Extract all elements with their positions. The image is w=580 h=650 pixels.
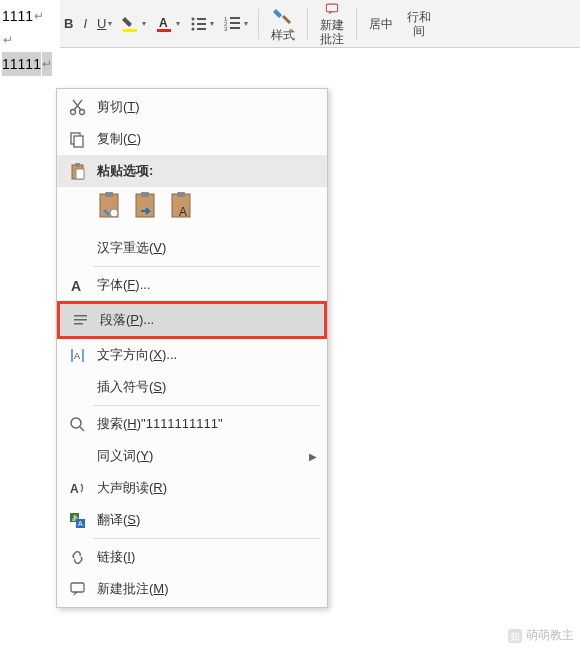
menu-text-direction[interactable]: A文字方向(X)... [57, 339, 327, 371]
center-button[interactable]: 居中 [363, 2, 399, 46]
mini-toolbar: B I U▾ ▾ A▾ ▾ 123▾ 样式 新建批注 居中 行和间 [0, 0, 580, 48]
svg-point-36 [71, 418, 81, 428]
bullets-button[interactable]: ▾ [186, 8, 218, 40]
paragraph-mark-icon: ↵ [3, 28, 13, 52]
submenu-arrow-icon: ▶ [309, 451, 317, 462]
menu-new-comment[interactable]: 新建批注(M) [57, 573, 327, 605]
numbering-button[interactable]: 123▾ [220, 8, 252, 40]
svg-point-7 [192, 27, 195, 30]
menu-translate[interactable]: あA翻译(S) [57, 504, 327, 536]
svg-rect-0 [123, 29, 137, 32]
svg-text:A: A [70, 482, 79, 496]
line-spacing-button[interactable]: 行和间 [401, 2, 437, 46]
paste-icon [69, 163, 86, 180]
svg-text:A: A [74, 351, 80, 361]
svg-rect-14 [230, 27, 240, 29]
menu-synonym[interactable]: 同义词(Y)▶ [57, 440, 327, 472]
numbering-icon: 123 [224, 15, 242, 33]
svg-point-5 [192, 22, 195, 25]
svg-point-16 [70, 109, 75, 114]
watermark: 知 萌萌教主 [508, 627, 574, 644]
text-direction-icon: A [69, 347, 86, 364]
read-aloud-icon: A [69, 480, 86, 497]
new-comment-button[interactable]: 新建批注 [314, 2, 350, 46]
italic-button[interactable]: I [79, 8, 91, 40]
menu-ime-reconvert[interactable]: 汉字重选(V) [57, 232, 327, 264]
highlight-button[interactable]: ▾ [118, 8, 150, 40]
menu-separator [93, 538, 319, 539]
text-line-1: 1111 [2, 4, 33, 28]
svg-rect-10 [230, 17, 240, 19]
comment-icon [69, 581, 86, 598]
svg-text:A: A [71, 278, 81, 294]
menu-cut[interactable]: 剪切(T) [57, 91, 327, 123]
svg-point-17 [79, 109, 84, 114]
svg-rect-22 [76, 169, 84, 179]
svg-text:知: 知 [510, 631, 520, 642]
svg-text:A: A [78, 520, 83, 527]
menu-separator [93, 405, 319, 406]
svg-rect-42 [71, 583, 84, 592]
comment-icon [322, 2, 342, 16]
bold-button[interactable]: B [60, 8, 77, 40]
paragraph-mark-icon: ↵ [34, 4, 44, 28]
cut-icon [69, 99, 86, 116]
svg-rect-33 [74, 319, 87, 321]
svg-rect-29 [177, 192, 185, 197]
svg-rect-19 [74, 136, 83, 147]
highlight-icon [122, 15, 140, 33]
bullets-icon [190, 15, 208, 33]
font-icon: A [69, 277, 86, 294]
menu-insert-symbol[interactable]: 插入符号(S) [57, 371, 327, 403]
search-icon [69, 416, 86, 433]
svg-point-3 [192, 17, 195, 20]
paragraph-icon [72, 312, 89, 329]
svg-rect-12 [230, 22, 240, 24]
underline-button[interactable]: U▾ [93, 8, 116, 40]
svg-point-25 [110, 209, 118, 217]
font-color-button[interactable]: A▾ [152, 8, 184, 40]
selected-text[interactable]: 11111 [2, 52, 41, 76]
zhihu-icon: 知 [508, 629, 522, 643]
link-icon [69, 549, 86, 566]
svg-rect-15 [327, 4, 338, 12]
svg-text:A: A [179, 205, 187, 219]
svg-rect-2 [157, 29, 171, 32]
menu-font[interactable]: A字体(F)... [57, 269, 327, 301]
paste-keep-formatting[interactable] [97, 191, 123, 224]
menu-link[interactable]: 链接(I) [57, 541, 327, 573]
font-color-icon: A [156, 15, 174, 33]
svg-rect-6 [197, 23, 206, 25]
menu-read-aloud[interactable]: A大声朗读(R) [57, 472, 327, 504]
svg-rect-27 [141, 192, 149, 197]
paste-merge-formatting[interactable] [133, 191, 159, 224]
context-menu: 剪切(T) 复制(C) 粘贴选项: A 汉字重选(V) A字体(F)... 段落… [56, 88, 328, 608]
styles-button[interactable]: 样式 [265, 2, 301, 46]
svg-rect-4 [197, 18, 206, 20]
document-text: 1111↵ ↵ 11111↵ [0, 0, 60, 80]
menu-paste-options-header: 粘贴选项: [57, 155, 327, 187]
translate-icon: あA [69, 512, 86, 529]
svg-text:A: A [159, 16, 168, 30]
svg-rect-21 [75, 163, 80, 167]
paste-options-row: A [57, 187, 327, 232]
svg-rect-8 [197, 28, 206, 30]
svg-rect-34 [74, 323, 83, 325]
menu-paragraph[interactable]: 段落(P)... [57, 301, 327, 339]
menu-copy[interactable]: 复制(C) [57, 123, 327, 155]
svg-text:3: 3 [224, 26, 228, 32]
styles-icon [273, 6, 293, 26]
svg-rect-26 [136, 194, 154, 217]
paste-text-only[interactable]: A [169, 191, 195, 224]
menu-separator [93, 266, 319, 267]
copy-icon [69, 131, 86, 148]
paragraph-mark-icon: ↵ [42, 52, 52, 76]
svg-rect-32 [74, 315, 87, 317]
svg-rect-24 [105, 192, 113, 197]
menu-search[interactable]: 搜索(H)"1111111111" [57, 408, 327, 440]
